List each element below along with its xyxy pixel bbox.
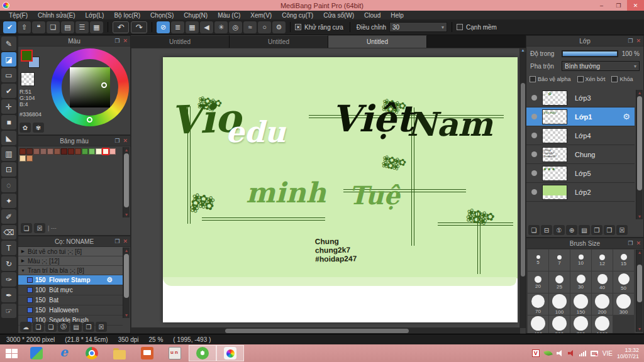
coccoc-icon[interactable] [189,345,216,361]
export-icon[interactable]: ⇧ [18,21,31,33]
snap-ellipse-icon[interactable]: ○ [258,21,271,33]
palette-swatch[interactable] [19,148,26,155]
menu-item[interactable]: Help [386,12,409,19]
select-pen-tool[interactable]: ✐ [1,209,16,224]
brush-size-cell[interactable]: 25 [549,272,570,293]
menu-item[interactable]: Tệp(F) [4,12,33,19]
brush-group-row[interactable]: ▶ Màu ;-; [12] [18,256,123,266]
foreground-color-swatch[interactable] [21,50,33,62]
leaf-tray-icon[interactable] [543,350,553,357]
group-arrow-icon[interactable]: ▶ [18,258,28,263]
text-tool[interactable]: T [1,241,16,255]
clock[interactable]: 13:32 10/07/21 [617,347,639,359]
add-1bit-layer-icon[interactable]: ① [553,225,565,235]
palette-swatch[interactable] [89,148,95,155]
scroll-down-icon[interactable]: ▼ [123,313,130,317]
brush-row[interactable]: 150 Flower Stamp ⚙ [18,275,123,285]
powerpoint-icon[interactable] [133,345,161,361]
grid-icon[interactable]: ▦ [186,21,199,33]
close-icon[interactable]: ✕ [123,37,128,45]
snap-concentric-icon[interactable]: ◎ [229,21,242,33]
close-icon[interactable]: ✕ [636,239,641,247]
palette-swatch[interactable] [82,148,88,155]
clipping-checkbox[interactable] [577,76,584,82]
magic-wand-tool[interactable]: ✦ [1,194,16,208]
brush-group-row[interactable]: ▼ Tran trí bla bla ;-; [8] [18,266,123,275]
soft-edge-checkbox[interactable] [457,24,463,30]
menu-item[interactable]: Chọn(S) [145,12,179,19]
unikey-tray-icon[interactable]: V [532,349,540,357]
brush-scrollbar[interactable]: ▲ ▼ [123,248,130,318]
paint-mode-icon[interactable]: ✔ [3,21,16,33]
brush-size-cell[interactable]: 1000 [592,315,613,334]
snap-tool[interactable]: ✔ [1,84,16,98]
protect-alpha-checkbox[interactable] [530,76,536,82]
menu-item[interactable]: Chỉnh sửa(E) [33,12,80,19]
layer-visibility-icon[interactable] [531,189,537,195]
close-button[interactable]: ✕ [627,0,644,11]
palette-swatch[interactable] [54,148,60,155]
palette-scrollbar[interactable]: ▲ ▼ [123,147,130,217]
popout-icon[interactable]: ❐ [114,137,119,145]
duplicate-layer-icon[interactable]: ❐ [591,225,602,235]
adjust-dropdown[interactable]: 30 ▾ [389,22,447,32]
canvas-vertical-scrollbar[interactable]: ▲ [520,48,526,328]
popout-icon[interactable]: ❐ [114,238,119,245]
restore-button[interactable]: ❐ [610,0,627,11]
brush-size-cell[interactable]: 15 [613,250,634,271]
layer-visibility-icon[interactable] [531,95,537,101]
explorer-icon[interactable] [106,345,133,361]
layer-row-lop2[interactable]: Lớp2 ⚙ [526,183,635,202]
signal-icon[interactable] [579,350,586,356]
merge-layer-icon[interactable]: ❒ [604,225,615,235]
layer-visibility-icon[interactable] [531,133,537,138]
canvas-sheet[interactable]: ❀✿❀✿❀✿❀ ❀✿❀✿❀✿❀ ❀✿❀✿❀✿❀ ❀✿❀✿❀✿❀ ❀✿❀✿❀✿❀ … [163,57,518,322]
lock-checkbox[interactable] [611,76,618,82]
hue-selector[interactable] [87,117,92,123]
scroll-down-icon[interactable]: ▼ [123,212,130,217]
move-tool[interactable]: ✛ [1,99,16,114]
chrome-icon[interactable] [78,345,106,361]
snap-triangle-icon[interactable]: ◀ [200,21,213,33]
layer-visibility-icon[interactable] [531,151,537,157]
eraser-tool[interactable]: ◪ [1,52,16,67]
add-8bit-layer-icon[interactable]: ⊟ [541,225,552,235]
palette-swatch[interactable] [40,148,47,155]
new-brush-menu-icon[interactable]: ❏ [45,322,57,332]
brush-size-cell[interactable]: 50 [613,272,634,293]
layer-row-lop5[interactable]: ❀ ❀ ❀ Lớp5 ⚙ [526,164,635,183]
brush-group-row[interactable]: ▶ Bút vẽ cho tui ;-; [6] [18,247,123,256]
cloud-upload-icon[interactable]: ☁ [20,322,31,332]
group-arrow-icon[interactable]: ▼ [18,268,28,273]
bucket-tool[interactable]: ◣ [1,131,16,145]
layer-row-chung[interactable]: Chung chung2k7 #hoidap247 Chung ⚙ [526,145,635,164]
select-eraser-tool[interactable]: ⌫ [1,225,16,239]
menu-item[interactable]: Bộ lọc(R) [109,12,145,19]
brush-folder-icon[interactable]: ▤ [70,322,82,332]
volume-icon[interactable] [557,350,564,356]
scroll-down-icon[interactable]: ▼ [636,214,643,219]
ie-icon[interactable] [50,345,78,361]
brush-size-cell[interactable]: 5 [528,250,548,271]
eyedropper-tool[interactable]: ✒ [1,288,16,302]
brush-size-cell[interactable]: 30 [570,272,591,293]
minimize-button[interactable]: – [593,0,610,11]
blend-dropdown[interactable]: Bình thường ▾ [562,61,640,71]
delete-brush-icon[interactable]: ☒ [96,322,107,332]
palette-swatch[interactable] [47,148,53,155]
close-icon[interactable]: ✕ [636,37,641,45]
brush-size-scrollbar[interactable]: ▲ ▼ [636,250,643,332]
medibang-icon[interactable] [216,345,244,361]
brush-size-cell[interactable]: 400 [528,315,548,334]
menu-item[interactable]: Màu (C) [213,12,245,19]
menu-item[interactable]: Công cụ(T) [277,12,318,19]
brush-size-cell[interactable]: 100 [549,293,570,315]
rotate-view-tool[interactable]: ↻ [1,256,16,271]
scroll-down-icon[interactable]: ▼ [636,327,643,331]
shortcut-grid-icon[interactable]: ▦ [90,21,103,33]
brush-size-cell[interactable]: 500 [549,315,570,334]
brush-size-cell[interactable]: 7 [549,250,570,271]
palette-swatch[interactable] [109,148,116,155]
popout-icon[interactable]: ❐ [114,37,119,45]
scroll-up-icon[interactable]: ▲ [520,48,526,52]
